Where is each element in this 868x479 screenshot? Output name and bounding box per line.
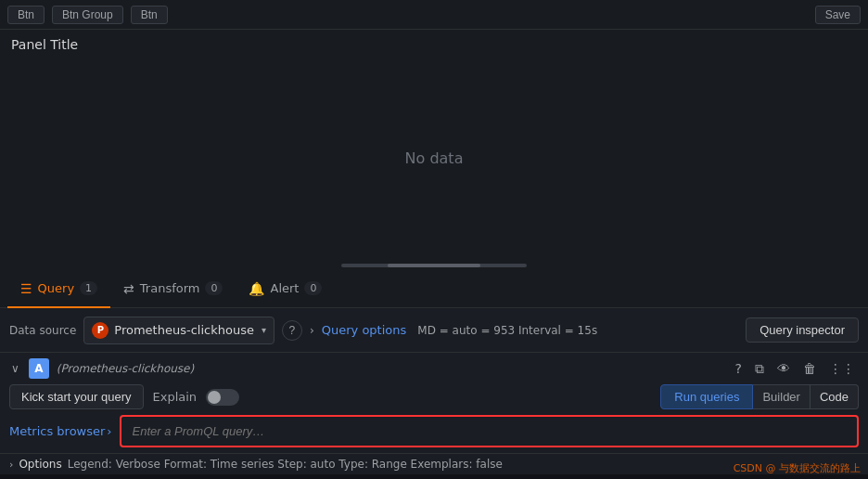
top-btn-save[interactable]: Save bbox=[815, 6, 861, 24]
query-tab-icon: ☰ bbox=[20, 281, 32, 296]
datasource-select[interactable]: P Prometheus-clickhouse ▾ bbox=[83, 317, 274, 344]
query-editor: ∨ A (Prometheus-clickhouse) ? ⧉ 👁 🗑 ⋮⋮ K… bbox=[0, 353, 868, 454]
toggle-knob bbox=[208, 391, 221, 404]
metrics-browser-arrow-icon: › bbox=[107, 424, 111, 438]
arrow-right-icon: › bbox=[310, 324, 314, 337]
query-collapse-button[interactable]: ∨ bbox=[9, 362, 21, 375]
kick-start-row: Kick start your query Explain Run querie… bbox=[9, 384, 859, 409]
query-delete-icon[interactable]: 🗑 bbox=[799, 359, 820, 378]
scroll-indicator bbox=[0, 260, 868, 271]
query-header: ∨ A (Prometheus-clickhouse) ? ⧉ 👁 🗑 ⋮⋮ bbox=[9, 358, 859, 379]
options-meta: Legend: Verbose Format: Time series Step… bbox=[68, 458, 503, 471]
tab-alert-label: Alert bbox=[270, 281, 299, 295]
code-button[interactable]: Code bbox=[811, 384, 859, 409]
transform-tab-icon: ⇄ bbox=[123, 281, 134, 296]
datasource-name: Prometheus-clickhouse bbox=[114, 323, 254, 337]
scroll-bar[interactable] bbox=[341, 264, 527, 267]
tab-alert-badge: 0 bbox=[304, 281, 322, 295]
query-eye-icon[interactable]: 👁 bbox=[773, 359, 794, 378]
top-bar: Btn Btn Group Btn Save bbox=[0, 0, 868, 30]
scroll-thumb bbox=[388, 264, 480, 267]
panel-area: Panel Title No data bbox=[0, 30, 868, 271]
tab-query-label: Query bbox=[38, 281, 75, 295]
options-label: Options bbox=[19, 458, 61, 471]
datasource-chevron-icon: ▾ bbox=[262, 325, 266, 335]
options-collapse-icon[interactable]: › bbox=[9, 459, 13, 471]
query-letter-badge: A bbox=[29, 358, 49, 379]
tab-transform-label: Transform bbox=[140, 281, 200, 295]
metrics-row: Metrics browser › bbox=[9, 415, 859, 447]
tab-alert[interactable]: 🔔 Alert 0 bbox=[236, 271, 335, 308]
panel-title: Panel Title bbox=[0, 30, 868, 56]
query-controls-row: Data source P Prometheus-clickhouse ▾ ? … bbox=[0, 308, 868, 353]
query-input[interactable] bbox=[120, 415, 859, 447]
datasource-icon: P bbox=[92, 322, 108, 339]
query-copy-icon[interactable]: ⧉ bbox=[751, 359, 768, 379]
query-action-buttons: ? ⧉ 👁 🗑 ⋮⋮ bbox=[732, 359, 859, 379]
query-options-label[interactable]: Query options bbox=[322, 323, 407, 337]
tabs-row: ☰ Query 1 ⇄ Transform 0 🔔 Alert 0 bbox=[0, 271, 868, 308]
tab-query-badge: 1 bbox=[80, 281, 97, 295]
no-data-text: No data bbox=[405, 149, 464, 167]
tab-query[interactable]: ☰ Query 1 bbox=[7, 271, 110, 308]
tab-transform[interactable]: ⇄ Transform 0 bbox=[110, 271, 236, 308]
info-button[interactable]: ? bbox=[282, 320, 302, 341]
query-inspector-button[interactable]: Query inspector bbox=[746, 317, 859, 343]
top-btn-3[interactable]: Btn bbox=[131, 6, 168, 24]
query-ds-name: (Prometheus-clickhouse) bbox=[57, 362, 194, 375]
metrics-browser-link[interactable]: Metrics browser › bbox=[9, 415, 120, 447]
top-btn-2[interactable]: Btn Group bbox=[52, 6, 123, 24]
metrics-browser-label: Metrics browser bbox=[9, 424, 105, 438]
top-btn-1[interactable]: Btn bbox=[7, 6, 45, 24]
explain-label: Explain bbox=[153, 390, 198, 404]
explain-toggle[interactable] bbox=[206, 389, 239, 406]
run-queries-button[interactable]: Run queries bbox=[660, 384, 753, 409]
panel-chart: No data bbox=[0, 56, 868, 260]
query-help-icon[interactable]: ? bbox=[732, 359, 746, 378]
datasource-label: Data source bbox=[9, 324, 76, 337]
watermark: CSDN @ 与数据交流的路上 bbox=[734, 461, 861, 475]
kick-start-button[interactable]: Kick start your query bbox=[9, 384, 144, 409]
query-drag-icon[interactable]: ⋮⋮ bbox=[825, 359, 859, 378]
alert-tab-icon: 🔔 bbox=[249, 281, 264, 296]
run-queries-area: Run queries Builder Code bbox=[660, 384, 859, 409]
tab-transform-badge: 0 bbox=[205, 281, 223, 295]
query-meta: MD = auto = 953 Interval = 15s bbox=[417, 324, 597, 337]
builder-button[interactable]: Builder bbox=[753, 384, 810, 409]
